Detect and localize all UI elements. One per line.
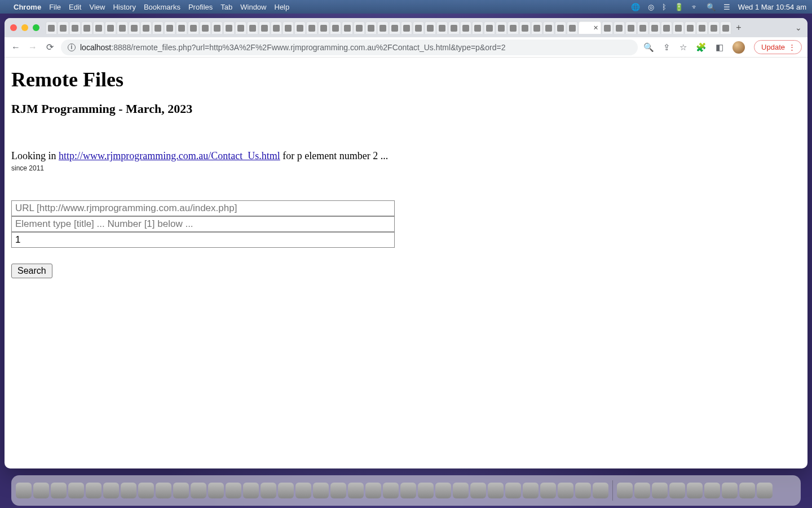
- browser-tab[interactable]: [543, 21, 554, 34]
- globe-icon[interactable]: 🌐: [631, 3, 640, 11]
- zoom-icon[interactable]: 🔍: [643, 42, 654, 52]
- profile-avatar[interactable]: [732, 41, 745, 54]
- browser-tab[interactable]: [152, 21, 164, 34]
- control-center-icon[interactable]: ☰: [723, 3, 730, 11]
- browser-tab[interactable]: [496, 21, 507, 34]
- search-button[interactable]: Search: [11, 264, 52, 278]
- dock-app[interactable]: [138, 483, 154, 498]
- dock-app[interactable]: [453, 483, 469, 498]
- dock-app[interactable]: [68, 483, 84, 498]
- dock-app[interactable]: [365, 483, 381, 498]
- dock-app[interactable]: [51, 483, 67, 498]
- menubar-file[interactable]: File: [49, 3, 61, 11]
- browser-tab[interactable]: [330, 21, 341, 34]
- ord-input[interactable]: [11, 232, 395, 248]
- wifi-icon[interactable]: ᯤ: [691, 3, 699, 11]
- browser-tab[interactable]: [696, 21, 708, 34]
- menubar-history[interactable]: History: [113, 3, 135, 11]
- browser-tab[interactable]: [460, 21, 471, 34]
- browser-tab[interactable]: [81, 21, 92, 34]
- dock-app[interactable]: [86, 483, 102, 498]
- browser-tab[interactable]: [354, 21, 365, 34]
- menubar-edit[interactable]: Edit: [69, 3, 81, 11]
- dock-app[interactable]: [505, 483, 521, 498]
- reload-button[interactable]: ⟳: [44, 42, 55, 52]
- browser-tab[interactable]: [637, 21, 648, 34]
- chrome-menu-icon[interactable]: ⋮: [788, 43, 795, 51]
- browser-tab[interactable]: [602, 21, 613, 34]
- record-icon[interactable]: ◎: [648, 3, 654, 11]
- browser-tab[interactable]: [176, 21, 187, 34]
- browser-tab[interactable]: [140, 21, 152, 34]
- url-input[interactable]: [11, 200, 395, 216]
- browser-tab[interactable]: [508, 21, 519, 34]
- browser-tab[interactable]: [673, 21, 684, 34]
- dock-app[interactable]: [16, 483, 32, 498]
- dock-app[interactable]: [634, 483, 650, 498]
- window-close-button[interactable]: [10, 24, 17, 31]
- forward-button[interactable]: →: [27, 42, 38, 52]
- browser-tab[interactable]: [46, 21, 57, 34]
- dock-app[interactable]: [103, 483, 119, 498]
- browser-tab[interactable]: [661, 21, 672, 34]
- dock-trash-icon[interactable]: [757, 483, 773, 498]
- browser-tab[interactable]: [614, 21, 625, 34]
- omnibox[interactable]: i localhost:8888/remote_files.php?url=ht…: [61, 40, 638, 55]
- dock-app[interactable]: [383, 483, 399, 498]
- browser-tab[interactable]: [484, 21, 495, 34]
- dock-app[interactable]: [722, 483, 738, 498]
- spotlight-icon[interactable]: 🔍: [707, 3, 716, 11]
- menubar-tab[interactable]: Tab: [220, 3, 232, 11]
- dock-app[interactable]: [669, 483, 685, 498]
- browser-tab[interactable]: [129, 21, 140, 34]
- browser-tab[interactable]: [342, 21, 353, 34]
- browser-tab[interactable]: [401, 21, 412, 34]
- dock-app[interactable]: [261, 483, 276, 498]
- dock-app[interactable]: [33, 483, 49, 498]
- dock-app[interactable]: [313, 483, 329, 498]
- browser-tab[interactable]: [58, 21, 69, 34]
- window-minimize-button[interactable]: [21, 24, 28, 31]
- dock-app[interactable]: [121, 483, 136, 498]
- browser-tab[interactable]: [567, 21, 578, 34]
- close-tab-icon[interactable]: ✕: [593, 24, 598, 32]
- dock-app[interactable]: [617, 483, 633, 498]
- browser-tab[interactable]: [365, 21, 377, 34]
- dock-app[interactable]: [593, 483, 608, 498]
- dock-app[interactable]: [687, 483, 703, 498]
- dock-app[interactable]: [226, 483, 241, 498]
- looking-link[interactable]: http://www.rjmprogramming.com.au/Contact…: [59, 150, 280, 161]
- browser-tab[interactable]: [200, 21, 211, 34]
- dock-app[interactable]: [435, 483, 451, 498]
- browser-tab[interactable]: [306, 21, 317, 34]
- browser-tab[interactable]: [117, 21, 128, 34]
- dock-app[interactable]: [652, 483, 668, 498]
- bluetooth-icon[interactable]: ᛒ: [662, 3, 667, 11]
- dock-app[interactable]: [488, 483, 504, 498]
- browser-tab[interactable]: [223, 21, 235, 34]
- dock-app[interactable]: [348, 483, 364, 498]
- dock-app[interactable]: [704, 483, 720, 498]
- browser-tab[interactable]: [247, 21, 258, 34]
- browser-tab[interactable]: [259, 21, 270, 34]
- dock-app[interactable]: [400, 483, 416, 498]
- tab-overflow-icon[interactable]: ⌄: [795, 23, 802, 32]
- browser-tab[interactable]: [271, 21, 282, 34]
- dock-app[interactable]: [278, 483, 294, 498]
- browser-tab[interactable]: [377, 21, 389, 34]
- share-icon[interactable]: ⇪: [663, 42, 670, 52]
- browser-tab[interactable]: [531, 21, 542, 34]
- browser-tab[interactable]: [519, 21, 531, 34]
- menubar-bookmarks[interactable]: Bookmarks: [144, 3, 180, 11]
- browser-tab[interactable]: [69, 21, 81, 34]
- browser-tab-active[interactable]: ✕: [579, 21, 601, 34]
- update-button[interactable]: Update ⋮: [754, 40, 802, 54]
- menubar-view[interactable]: View: [89, 3, 105, 11]
- extensions-icon[interactable]: 🧩: [696, 42, 707, 52]
- browser-tab[interactable]: [235, 21, 246, 34]
- dock-app[interactable]: [208, 483, 224, 498]
- browser-tab[interactable]: [685, 21, 696, 34]
- browser-tab[interactable]: [425, 21, 436, 34]
- dock-app[interactable]: [418, 483, 434, 498]
- dock-app[interactable]: [243, 483, 259, 498]
